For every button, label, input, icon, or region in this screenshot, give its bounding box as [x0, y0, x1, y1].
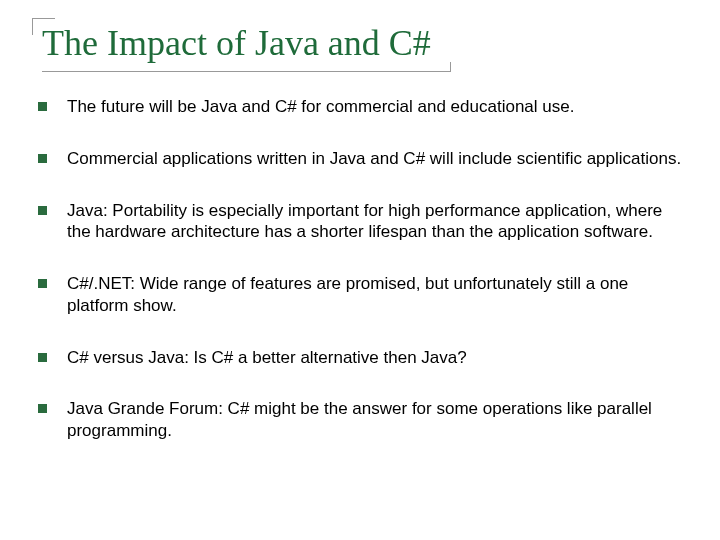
- list-item: Java Grande Forum: C# might be the answe…: [38, 398, 690, 442]
- bullet-text: Commercial applications written in Java …: [67, 148, 681, 170]
- bullet-text: Java Grande Forum: C# might be the answe…: [67, 398, 690, 442]
- square-bullet-icon: [38, 279, 47, 288]
- bullet-list: The future will be Java and C# for comme…: [32, 96, 692, 442]
- bullet-text: The future will be Java and C# for comme…: [67, 96, 574, 118]
- square-bullet-icon: [38, 404, 47, 413]
- bullet-text: C# versus Java: Is C# a better alternati…: [67, 347, 467, 369]
- list-item: Java: Portability is especially importan…: [38, 200, 690, 244]
- list-item: Commercial applications written in Java …: [38, 148, 690, 170]
- list-item: The future will be Java and C# for comme…: [38, 96, 690, 118]
- title-frame: The Impact of Java and C#: [32, 18, 445, 66]
- bullet-text: Java: Portability is especially importan…: [67, 200, 690, 244]
- square-bullet-icon: [38, 102, 47, 111]
- slide-title: The Impact of Java and C#: [42, 22, 431, 64]
- list-item: C#/.NET: Wide range of features are prom…: [38, 273, 690, 317]
- title-underline: [42, 62, 451, 72]
- slide: The Impact of Java and C# The future wil…: [0, 0, 720, 540]
- list-item: C# versus Java: Is C# a better alternati…: [38, 347, 690, 369]
- square-bullet-icon: [38, 154, 47, 163]
- square-bullet-icon: [38, 353, 47, 362]
- square-bullet-icon: [38, 206, 47, 215]
- bullet-text: C#/.NET: Wide range of features are prom…: [67, 273, 690, 317]
